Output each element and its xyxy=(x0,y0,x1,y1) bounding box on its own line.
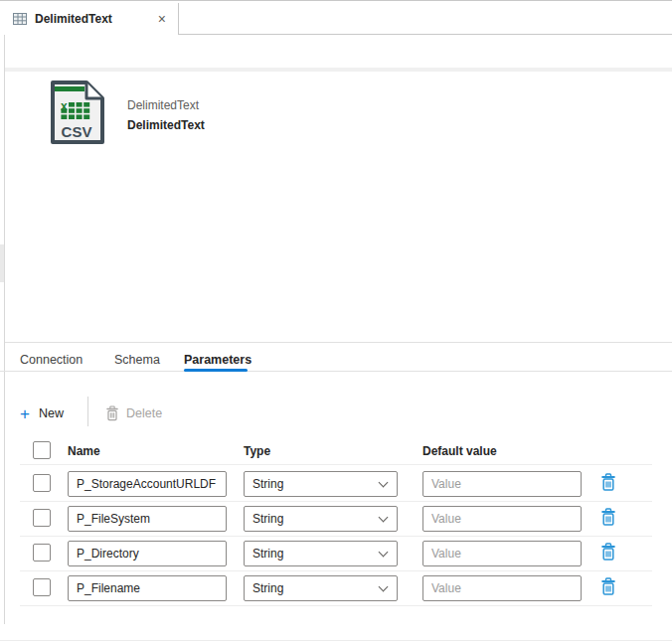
trash-icon xyxy=(600,473,616,491)
delete-parameter-button[interactable]: Delete xyxy=(105,400,162,427)
header-separator xyxy=(5,68,672,72)
parameter-name-input[interactable] xyxy=(68,575,227,601)
parameter-default-input[interactable] xyxy=(422,471,582,497)
tab-schema[interactable]: Schema xyxy=(114,349,160,371)
parameter-default-input[interactable] xyxy=(422,506,582,532)
parameter-row: String xyxy=(0,502,672,537)
parameter-name-input[interactable] xyxy=(68,506,227,532)
delete-row-button[interactable] xyxy=(597,576,619,598)
chevron-down-icon xyxy=(379,477,389,487)
parameter-type-select[interactable]: String xyxy=(244,471,398,497)
row-checkbox[interactable] xyxy=(33,578,51,596)
trash-icon xyxy=(600,543,616,561)
csv-label: CSV xyxy=(62,123,92,140)
tabs-bottom-border xyxy=(0,371,672,372)
dataset-tab[interactable]: DelimitedText × xyxy=(0,3,179,35)
row-separator xyxy=(20,605,652,606)
delete-row-button[interactable] xyxy=(597,542,619,563)
tabstrip-bottom-border xyxy=(179,34,672,35)
parameter-row: String xyxy=(0,537,672,571)
panel-bottom-border xyxy=(0,640,672,641)
chevron-down-icon xyxy=(379,512,389,522)
delete-button-label: Delete xyxy=(126,406,162,420)
chevron-down-icon xyxy=(379,581,389,591)
plus-icon: + xyxy=(20,405,30,422)
column-header-default-value: Default value xyxy=(422,444,497,458)
trash-icon xyxy=(600,508,616,526)
table-grid-icon xyxy=(13,13,27,25)
parameter-type-select[interactable]: String xyxy=(244,506,398,532)
header-separator-line xyxy=(20,464,652,465)
parameter-type-select[interactable]: String xyxy=(244,575,398,601)
dataset-tab-label: DelimitedText xyxy=(35,12,112,26)
properties-panel-top-border xyxy=(5,342,672,343)
chevron-down-icon xyxy=(379,547,389,557)
parameter-type-value: String xyxy=(252,547,283,561)
delete-row-button[interactable] xyxy=(597,507,619,529)
parameter-row: String xyxy=(0,467,672,502)
parameter-default-input[interactable] xyxy=(422,575,582,601)
dataset-type-caption: DelimitedText xyxy=(127,98,199,112)
parameter-name-input[interactable] xyxy=(68,541,227,566)
tab-parameters[interactable]: Parameters xyxy=(184,349,252,371)
row-checkbox[interactable] xyxy=(33,509,51,527)
dataset-name: DelimitedText xyxy=(127,118,205,132)
close-tab-icon[interactable]: × xyxy=(156,12,168,26)
tabstrip-top-border xyxy=(0,0,672,1)
csv-file-icon: x CSV xyxy=(42,78,111,147)
parameter-type-select[interactable]: String xyxy=(244,541,398,566)
parameter-type-value: String xyxy=(252,512,283,526)
panel-resize-grip[interactable] xyxy=(0,244,4,282)
toolbar-divider xyxy=(87,397,88,426)
row-checkbox[interactable] xyxy=(33,474,51,492)
parameters-table-header: Name Type Default value xyxy=(0,441,672,463)
parameter-type-value: String xyxy=(252,581,283,595)
select-all-checkbox[interactable] xyxy=(33,441,51,459)
new-button-label: New xyxy=(39,406,64,420)
dataset-editor: DelimitedText × x CSV DelimitedText Deli… xyxy=(0,0,672,643)
delete-row-button[interactable] xyxy=(597,472,619,494)
tab-connection[interactable]: Connection xyxy=(20,349,83,371)
new-parameter-button[interactable]: + New xyxy=(20,400,64,427)
trash-icon xyxy=(600,577,616,595)
parameter-type-value: String xyxy=(252,477,283,491)
active-tab-underline xyxy=(184,369,248,372)
column-header-name: Name xyxy=(68,444,100,458)
parameter-row: String xyxy=(0,571,672,606)
row-checkbox[interactable] xyxy=(33,544,51,562)
trash-icon xyxy=(105,405,119,421)
parameters-table-body: String String xyxy=(0,467,672,606)
parameter-name-input[interactable] xyxy=(68,471,227,497)
parameter-default-input[interactable] xyxy=(422,541,582,566)
column-header-type: Type xyxy=(244,444,270,458)
